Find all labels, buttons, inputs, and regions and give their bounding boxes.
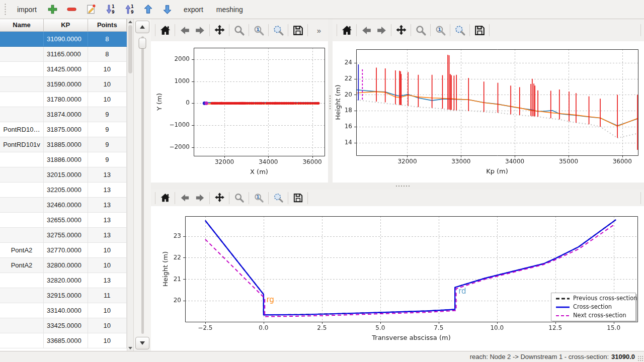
pan-button[interactable]: [212, 191, 227, 206]
zoom-rect-button[interactable]: [271, 191, 286, 206]
cell-points: 10: [88, 76, 126, 92]
slider-down-button[interactable]: [135, 337, 149, 349]
forward-button[interactable]: [192, 23, 207, 38]
zoom-one-icon: 1: [253, 192, 265, 204]
toolbar-separator: [356, 24, 357, 36]
home-button[interactable]: [339, 23, 354, 38]
column-header-name[interactable]: Name: [0, 19, 44, 31]
table-row[interactable]: 33685.000010: [0, 333, 127, 348]
profile-chart[interactable]: [333, 41, 644, 183]
zoom-one-button[interactable]: 1: [251, 23, 266, 38]
cell-points: 13: [88, 212, 126, 227]
cell-name: [0, 333, 44, 348]
cross-section-chart[interactable]: [151, 206, 644, 351]
zoom-button[interactable]: [231, 23, 247, 38]
table-row[interactable]: 31874.00009: [0, 107, 127, 122]
toolbar-sort-ascending-button[interactable]: 19: [122, 2, 137, 17]
toolbar-export-button[interactable]: export: [179, 3, 208, 16]
table-row[interactable]: 31165.00008: [0, 46, 127, 61]
slider-up-button[interactable]: [135, 21, 149, 33]
save-button[interactable]: [290, 191, 305, 206]
pan-button[interactable]: [393, 23, 409, 38]
scrollbar-track[interactable]: [127, 23, 133, 347]
cell-kp: 32015.0000: [44, 167, 88, 182]
pan-icon: [213, 24, 226, 37]
resize-grip[interactable]: [637, 355, 643, 361]
toolbar-separator: [229, 192, 229, 204]
table-row[interactable]: 32205.000013: [0, 182, 127, 197]
table-row[interactable]: 31886.00009: [0, 152, 127, 167]
table-row[interactable]: PontRD10…31875.00009: [0, 122, 127, 137]
zoom-rect-button[interactable]: [271, 23, 286, 38]
cell-kp: 33425.0000: [44, 318, 88, 333]
table-row[interactable]: 32755.000013: [0, 227, 127, 242]
cell-points: 10: [88, 257, 126, 273]
cell-name: [0, 61, 44, 76]
zoom-one-button[interactable]: 1: [251, 191, 266, 206]
column-header-points[interactable]: Points: [88, 19, 126, 31]
zoom-button[interactable]: [413, 23, 428, 38]
toolbar-grip[interactable]: [4, 3, 7, 16]
toolbar-meshing-button[interactable]: meshing: [212, 3, 248, 16]
zoom-rect-button[interactable]: [452, 23, 467, 38]
cell-points: 13: [88, 227, 126, 242]
toolbar-separator: [450, 24, 450, 36]
zoom-button[interactable]: [231, 191, 247, 206]
toolbar-sort-descending-button[interactable]: 19: [103, 2, 118, 17]
home-button[interactable]: [157, 191, 173, 206]
slider-handle[interactable]: [139, 38, 146, 49]
column-header-kp[interactable]: KP: [44, 19, 88, 31]
toolbar-move-down-button[interactable]: [160, 2, 175, 17]
svg-text:9: 9: [131, 10, 134, 15]
back-button[interactable]: [177, 23, 192, 38]
zoom-one-button[interactable]: 1: [433, 23, 448, 38]
save-button[interactable]: [290, 23, 305, 38]
table-row[interactable]: 31090.00008: [0, 31, 127, 46]
cell-points: 9: [88, 137, 126, 152]
forward-button[interactable]: [374, 23, 389, 38]
cell-points: 13: [88, 182, 126, 197]
status-bar: reach: Node 2 -> Downstream 1 - cross-se…: [0, 351, 644, 362]
scrollbar-thumb[interactable]: [128, 25, 132, 73]
reach-status-label: reach: Node 2 -> Downstream 1 - cross-se…: [470, 353, 609, 360]
cell-kp: 31425.0000: [44, 61, 88, 76]
slider-track[interactable]: [141, 36, 144, 334]
cell-name: [0, 273, 44, 288]
scroll-down-icon[interactable]: [128, 347, 132, 349]
toolbar-edit-button[interactable]: [84, 2, 99, 17]
table-row[interactable]: 31780.000010: [0, 92, 127, 107]
toolbar-separator: [155, 24, 155, 36]
horizontal-splitter[interactable]: [151, 183, 644, 190]
cross-section-value: 31090.0: [611, 353, 635, 360]
table-row[interactable]: 32655.000013: [0, 212, 127, 227]
table-row[interactable]: 32915.000011: [0, 288, 127, 303]
toolbar-separator: [411, 24, 411, 36]
toolbar-separator: [469, 24, 470, 36]
table-row[interactable]: 32820.000013: [0, 273, 127, 288]
toolbar-overflow-button[interactable]: »: [315, 25, 323, 36]
toolbar-add-button[interactable]: [45, 2, 60, 17]
table-row[interactable]: 31590.000010: [0, 76, 127, 92]
sort-descending-icon: 19: [104, 4, 116, 15]
table-row[interactable]: 31425.000010: [0, 61, 127, 76]
home-button[interactable]: [157, 23, 173, 38]
table-row[interactable]: PontRD101v31885.00009: [0, 137, 127, 152]
forward-button[interactable]: [192, 191, 207, 206]
table-row[interactable]: 32015.000013: [0, 167, 127, 182]
toolbar-import-button[interactable]: import: [13, 3, 41, 16]
plan-view-chart[interactable]: [151, 41, 328, 183]
toolbar-remove-button[interactable]: [64, 2, 79, 17]
table-row[interactable]: 33425.000010: [0, 318, 127, 333]
cell-name: PontRD101v: [0, 137, 44, 152]
back-button[interactable]: [177, 191, 192, 206]
table-row[interactable]: PontA232800.000010: [0, 257, 127, 273]
table-scrollbar[interactable]: [127, 19, 134, 351]
table-row[interactable]: 32460.000013: [0, 197, 127, 212]
pan-button[interactable]: [212, 23, 227, 38]
vertical-splitter[interactable]: [328, 19, 333, 183]
toolbar-move-up-button[interactable]: [141, 2, 156, 17]
table-row[interactable]: PontA232770.000010: [0, 242, 127, 257]
table-row[interactable]: 33140.000010: [0, 303, 127, 318]
save-button[interactable]: [472, 23, 487, 38]
back-button[interactable]: [359, 23, 374, 38]
